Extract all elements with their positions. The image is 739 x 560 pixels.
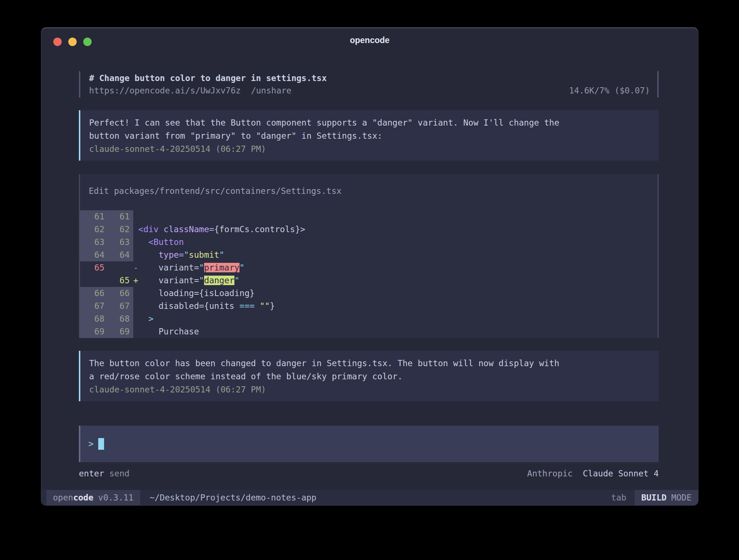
send-action-hint: send	[109, 469, 129, 478]
message-model-meta: claude-sonnet-4-20250514 (06:27 PM)	[89, 383, 659, 396]
message-line: The button color has been changed to dan…	[89, 357, 659, 370]
session-title: # Change button color to danger in setti…	[89, 72, 650, 84]
diff-gutter-new-line-number: 64	[108, 249, 133, 261]
diff-code-line: disabled={units === ""}	[133, 300, 658, 312]
assistant-message-2: The button color has been changed to dan…	[79, 351, 659, 401]
opencode-window: opencode # Change button color to danger…	[41, 27, 698, 506]
diff-gutter-new-line-number: 65	[108, 274, 133, 287]
diff-row: 6464 type="submit"	[80, 249, 658, 261]
diff-row: 6262 <div className={formCs.controls}>	[80, 223, 658, 236]
diff-gutter-old-line-number: 62	[80, 223, 108, 236]
tab-key-hint: tab	[611, 490, 627, 505]
message-line: button variant from "primary" to "danger…	[89, 129, 659, 142]
diff-code-line: <Button	[133, 236, 658, 249]
diff-gutter-old-line-number: 63	[80, 236, 108, 249]
edit-tool-block: Edit packages/frontend/src/containers/Se…	[79, 174, 659, 338]
unshare-command[interactable]: /unshare	[251, 84, 291, 97]
message-model-meta: claude-sonnet-4-20250514 (06:27 PM)	[89, 142, 659, 156]
diff-row: 65+ variant="danger"	[80, 274, 658, 287]
token-usage-stats: 14.6K/7% ($0.07)	[569, 84, 650, 97]
app-version: v0.3.11	[98, 493, 134, 502]
diff-code-line	[133, 210, 658, 223]
share-url-link[interactable]: https://opencode.ai/s/UwJxv76z	[89, 84, 241, 97]
diff-gutter-new-line-number: 68	[108, 312, 133, 325]
hint-row: enter send Anthropic Claude Sonnet 4	[79, 469, 659, 478]
diff-row: 6969 Purchase	[80, 325, 658, 338]
model-indicator: Anthropic Claude Sonnet 4	[527, 469, 659, 478]
diff-row: 6161	[80, 210, 658, 223]
message-line: a red/rose color scheme instead of the b…	[89, 370, 659, 383]
diff-gutter-old-line-number: 61	[80, 210, 108, 223]
diff-row: 6363 <Button	[80, 236, 658, 249]
diff-code-line: >	[133, 312, 658, 325]
edit-tool-title: Edit packages/frontend/src/containers/Se…	[80, 184, 658, 197]
diff-gutter-new-line-number: 63	[108, 236, 133, 249]
diff-gutter-new-line-number: 69	[108, 325, 133, 338]
diff-row: 6868 >	[80, 312, 658, 325]
diff-code-line: <div className={formCs.controls}>	[133, 223, 658, 236]
window-titlebar: opencode	[41, 28, 698, 52]
diff-gutter-new-line-number: 67	[108, 300, 133, 312]
message-line: Perfect! I can see that the Button compo…	[89, 116, 659, 129]
session-content: # Change button color to danger in setti…	[79, 52, 659, 478]
model-provider: Anthropic	[527, 469, 573, 478]
diff-gutter-old-line-number: 69	[80, 325, 108, 338]
status-bar: opencode v0.3.11 ~/Desktop/Projects/demo…	[41, 490, 698, 505]
diff-view: 61616262 <div className={formCs.controls…	[80, 210, 658, 338]
diff-gutter-old-line-number: 65	[80, 261, 108, 274]
diff-gutter-new-line-number: 66	[108, 287, 133, 300]
prompt-input[interactable]: >	[79, 426, 659, 462]
app-version-chip: opencode v0.3.11	[46, 490, 140, 505]
enter-key-hint: enter	[79, 469, 104, 478]
session-header: # Change button color to danger in setti…	[79, 71, 659, 97]
text-cursor	[98, 438, 104, 450]
mode-name: BUILD	[641, 493, 666, 502]
diff-code-line: + variant="danger"	[133, 274, 658, 287]
diff-gutter-old-line-number: 67	[80, 300, 108, 312]
mode-toggle-chip[interactable]: BUILD MODE	[633, 490, 698, 505]
session-header-line2: https://opencode.ai/s/UwJxv76z /unshare …	[89, 84, 650, 97]
project-path: ~/Desktop/Projects/demo-notes-app	[150, 490, 317, 505]
prompt-chevron: >	[88, 439, 93, 449]
diff-gutter-old-line-number	[80, 274, 108, 287]
status-bar-right: tab BUILD MODE	[611, 490, 698, 505]
diff-row: 65- variant="primary"	[80, 261, 658, 274]
app-name-open: open	[53, 493, 73, 502]
diff-row: 6666 loading={isLoading}	[80, 287, 658, 300]
diff-code-line: - variant="primary"	[133, 261, 658, 274]
diff-gutter-new-line-number: 61	[108, 210, 133, 223]
window-title: opencode	[41, 35, 698, 45]
diff-code-line: Purchase	[133, 325, 658, 338]
mode-suffix: MODE	[671, 493, 692, 502]
diff-row: 6767 disabled={units === ""}	[80, 300, 658, 312]
diff-gutter-old-line-number: 66	[80, 287, 108, 300]
diff-gutter-old-line-number: 68	[80, 312, 108, 325]
diff-gutter-new-line-number: 62	[108, 223, 133, 236]
model-name: Claude Sonnet 4	[583, 469, 659, 478]
diff-code-line: loading={isLoading}	[133, 287, 658, 300]
app-name-code: code	[73, 493, 93, 502]
diff-code-line: type="submit"	[133, 249, 658, 261]
assistant-message-1: Perfect! I can see that the Button compo…	[79, 110, 659, 161]
diff-gutter-old-line-number: 64	[80, 249, 108, 261]
diff-gutter-new-line-number	[108, 261, 133, 274]
